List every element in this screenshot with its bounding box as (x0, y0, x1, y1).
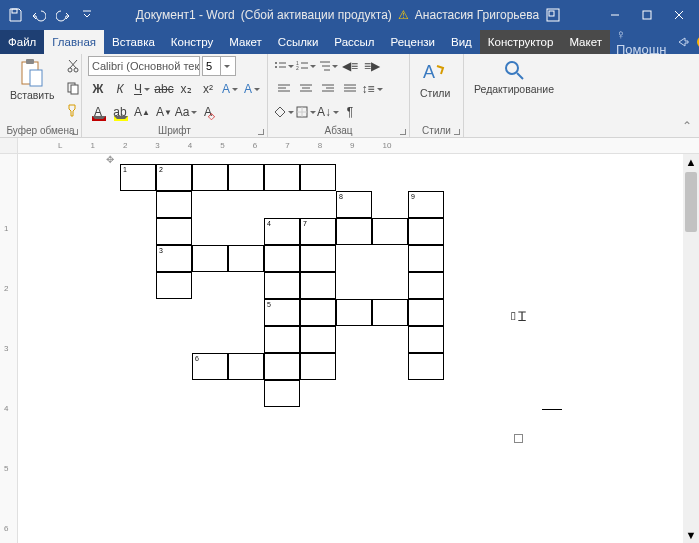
save-button[interactable] (4, 4, 26, 26)
crossword-cell[interactable] (372, 218, 408, 245)
format-painter-button[interactable] (63, 100, 83, 120)
crossword-cell[interactable]: 9 (408, 191, 444, 218)
tab-ссылки[interactable]: Ссылки (270, 30, 327, 54)
crossword-cell[interactable] (192, 245, 228, 272)
crossword-cell[interactable]: 6 (192, 353, 228, 380)
crossword-cell[interactable] (300, 326, 336, 353)
scroll-down-button[interactable]: ▼ (683, 527, 699, 543)
scroll-track[interactable] (683, 234, 699, 527)
editing-button[interactable]: Редактирование (470, 56, 558, 98)
account-icon[interactable] (545, 7, 561, 23)
font-name-combo[interactable]: Calibri (Основной текст) (88, 56, 200, 76)
crossword-cell[interactable] (264, 164, 300, 191)
change-case-button[interactable]: Aa (176, 102, 196, 122)
close-button[interactable] (663, 0, 695, 30)
bullets-button[interactable] (274, 56, 294, 76)
table-resize-handle[interactable] (514, 434, 523, 443)
tab-вставка[interactable]: Вставка (104, 30, 163, 54)
crossword-cell[interactable] (264, 245, 300, 272)
multilevel-list-button[interactable] (318, 56, 338, 76)
paragraph-launcher[interactable] (397, 126, 407, 136)
minimize-button[interactable] (599, 0, 631, 30)
line-spacing-button[interactable]: ↕≡ (362, 79, 382, 99)
tab-главная[interactable]: Главная (44, 30, 104, 54)
crossword-cell[interactable] (228, 353, 264, 380)
strikethrough-button[interactable]: abc (154, 79, 174, 99)
cut-button[interactable] (63, 56, 83, 76)
borders-button[interactable] (296, 102, 316, 122)
clear-formatting-button[interactable]: A◇ (198, 102, 218, 122)
crossword-cell[interactable] (156, 272, 192, 299)
crossword-cell[interactable] (408, 353, 444, 380)
table-move-handle[interactable]: ✥ (106, 154, 114, 165)
vertical-ruler[interactable]: 123456 (0, 154, 18, 543)
italic-button[interactable]: К (110, 79, 130, 99)
font-size-combo[interactable]: 5 (202, 56, 236, 76)
paste-button[interactable]: Вставить (6, 56, 59, 104)
crossword-cell[interactable]: 4 (264, 218, 300, 245)
shrink-font-button[interactable]: A▼ (154, 102, 174, 122)
crossword-cell[interactable] (408, 326, 444, 353)
crossword-cell[interactable] (300, 245, 336, 272)
crossword-cell[interactable] (156, 218, 192, 245)
sort-button[interactable]: A↓ (318, 102, 338, 122)
crossword-cell[interactable] (228, 164, 264, 191)
qat-customize-button[interactable] (76, 4, 98, 26)
grow-font-button[interactable]: A▲ (132, 102, 152, 122)
tab-рассыл[interactable]: Рассыл (326, 30, 382, 54)
maximize-button[interactable] (631, 0, 663, 30)
crossword-cell[interactable] (264, 326, 300, 353)
align-right-button[interactable] (318, 79, 338, 99)
tell-me-search[interactable]: ♀ Помощн (616, 27, 671, 57)
crossword-cell[interactable] (264, 272, 300, 299)
crossword-cell[interactable] (300, 164, 336, 191)
text-effects-button[interactable]: A (220, 79, 240, 99)
align-left-button[interactable] (274, 79, 294, 99)
crossword-cell[interactable] (192, 164, 228, 191)
crossword-cell[interactable]: 3 (156, 245, 192, 272)
tab-констру[interactable]: Констру (163, 30, 221, 54)
crossword-cell[interactable]: 2 (156, 164, 192, 191)
undo-button[interactable] (28, 4, 50, 26)
show-marks-button[interactable]: ¶ (340, 102, 360, 122)
tab-file[interactable]: Файл (0, 30, 44, 54)
crossword-cell[interactable] (336, 299, 372, 326)
numbering-button[interactable]: 12 (296, 56, 316, 76)
crossword-cell[interactable] (300, 353, 336, 380)
shading-button[interactable] (274, 102, 294, 122)
copy-button[interactable] (63, 78, 83, 98)
font-color-button[interactable]: A (88, 102, 108, 122)
crossword-cell[interactable] (408, 218, 444, 245)
crossword-cell[interactable] (408, 272, 444, 299)
tab-конструктор[interactable]: Конструктор (480, 30, 562, 54)
vertical-scrollbar[interactable]: ▲ ▼ (683, 154, 699, 543)
crossword-cell[interactable]: 1 (120, 164, 156, 191)
crossword-cell[interactable] (336, 218, 372, 245)
horizontal-ruler[interactable]: L12345678910 (18, 138, 699, 153)
crossword-cell[interactable] (408, 245, 444, 272)
collapse-ribbon-button[interactable] (679, 119, 695, 135)
crossword-cell[interactable] (228, 245, 264, 272)
crossword-cell[interactable] (300, 299, 336, 326)
share-button[interactable] (675, 33, 691, 51)
crossword-cell[interactable]: 5 (264, 299, 300, 326)
crossword-cell[interactable] (408, 299, 444, 326)
subscript-button[interactable]: x₂ (176, 79, 196, 99)
align-center-button[interactable] (296, 79, 316, 99)
tab-вид[interactable]: Вид (443, 30, 480, 54)
highlight-button[interactable]: ab (110, 102, 130, 122)
feedback-button[interactable] (695, 33, 699, 51)
scroll-up-button[interactable]: ▲ (683, 154, 699, 170)
bold-button[interactable]: Ж (88, 79, 108, 99)
tab-макет[interactable]: Макет (221, 30, 270, 54)
underline-button[interactable]: Ч (132, 79, 152, 99)
superscript-button[interactable]: x² (198, 79, 218, 99)
font-launcher[interactable] (255, 126, 265, 136)
ruler-corner[interactable] (0, 138, 18, 153)
decrease-indent-button[interactable]: ◀≡ (340, 56, 360, 76)
crossword-cell[interactable]: 7 (300, 218, 336, 245)
crossword-cell[interactable] (372, 299, 408, 326)
styles-button[interactable]: A Стили (416, 56, 454, 102)
increase-indent-button[interactable]: ≡▶ (362, 56, 382, 76)
crossword-cell[interactable]: 8 (336, 191, 372, 218)
